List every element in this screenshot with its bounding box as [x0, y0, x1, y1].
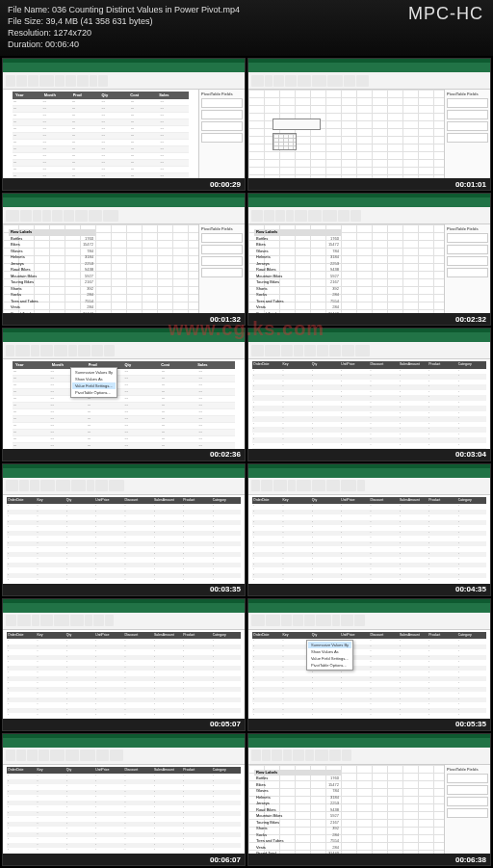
ribbon-tab[interactable] — [317, 345, 327, 356]
fields-list[interactable] — [447, 774, 488, 783]
excel-ribbon-titlebar[interactable] — [248, 332, 490, 342]
ribbon-tab[interactable] — [98, 75, 108, 87]
excel-ribbon-titlebar[interactable] — [248, 63, 490, 72]
ribbon-tab[interactable] — [16, 750, 26, 761]
ribbon-tab[interactable] — [6, 210, 19, 222]
table-row[interactable]: ·················· — [13, 140, 189, 146]
ribbon-tab[interactable] — [77, 75, 89, 87]
ribbon-tab[interactable] — [342, 345, 355, 356]
ribbon-tab[interactable] — [304, 345, 317, 356]
ribbon-tab[interactable] — [6, 480, 18, 491]
data-model-table[interactable]: OrderDateKeyQtyUnitPriceDiscountSalesAmo… — [7, 497, 241, 584]
data-model-table[interactable]: OrderDateKeyQtyUnitPriceDiscountSalesAmo… — [252, 497, 486, 584]
table-header[interactable]: OrderDateKeyQtyUnitPriceDiscountSalesAmo… — [252, 361, 486, 369]
ribbon-tab[interactable] — [103, 210, 118, 222]
ribbon-tab[interactable] — [52, 210, 63, 222]
ribbon-tab[interactable] — [305, 750, 314, 761]
data-model-table[interactable]: OrderDateKeyQtyUnitPriceDiscountSalesAmo… — [252, 361, 486, 448]
ribbon-tab[interactable] — [33, 210, 41, 222]
ribbon-tab[interactable] — [6, 750, 15, 761]
pivot-box[interactable] — [272, 118, 321, 130]
ribbon-tab[interactable] — [6, 615, 16, 626]
ribbon-tab[interactable] — [251, 345, 264, 356]
ribbon-tab[interactable] — [298, 75, 311, 87]
data-table[interactable]: YearMonthProdQtyCostSales ··············… — [13, 361, 235, 448]
ribbon-tab[interactable] — [93, 615, 104, 626]
excel-ribbon-titlebar[interactable] — [3, 332, 245, 342]
ribbon-tab[interactable] — [105, 615, 113, 626]
menu-item[interactable]: Summarize Values By — [308, 642, 351, 648]
menu-item[interactable]: Show Values As — [72, 376, 116, 382]
menu-item[interactable]: PivotTable Options... — [72, 389, 116, 396]
ribbon-tab[interactable] — [40, 480, 55, 491]
ribbon-tab[interactable] — [64, 210, 74, 222]
ribbon-tabs[interactable] — [248, 72, 490, 90]
excel-ribbon-titlebar[interactable] — [248, 738, 490, 748]
ribbon-tab[interactable] — [354, 615, 365, 626]
pivot-fields-panel[interactable]: PivotTable Fields — [444, 765, 490, 854]
ribbon-tab[interactable] — [80, 750, 95, 761]
ribbon-tab[interactable] — [30, 480, 39, 491]
thumbnail[interactable]: Row Labels Bottles1760 Bikes15472 Gloves… — [247, 733, 491, 866]
table-row[interactable]: ·················· — [13, 113, 189, 119]
table-header[interactable]: YearMonthProdQtyCostSales — [13, 361, 235, 369]
table-row[interactable]: ·················· — [13, 119, 189, 126]
values-area[interactable] — [447, 133, 488, 143]
ribbon-tab[interactable] — [293, 615, 303, 626]
ribbon-tab[interactable] — [316, 615, 331, 626]
ribbon-tab[interactable] — [285, 75, 297, 87]
table-row[interactable]: ·················· — [13, 167, 189, 173]
ribbon-tab[interactable] — [39, 75, 55, 87]
ribbon-tabs[interactable] — [248, 478, 490, 495]
ribbon-tab[interactable] — [338, 210, 350, 222]
thumbnail[interactable]: OrderDateKeyQtyUnitPriceDiscountSalesAmo… — [2, 463, 246, 596]
excel-ribbon-titlebar[interactable] — [3, 63, 245, 72]
table-row[interactable]: ·················· — [13, 430, 235, 436]
filters-area[interactable] — [447, 245, 488, 254]
ribbon-tabs[interactable] — [3, 342, 245, 359]
ribbon-tab[interactable] — [308, 210, 322, 222]
ribbon-tab[interactable] — [19, 480, 29, 491]
excel-ribbon-titlebar[interactable] — [248, 197, 490, 207]
ribbon-tab[interactable] — [283, 750, 292, 761]
ribbon-tabs[interactable] — [248, 342, 490, 359]
ribbon-tab[interactable] — [70, 615, 84, 626]
ribbon-tab[interactable] — [17, 615, 31, 626]
thumbnail[interactable]: Row Labels Bottles1760 Bikes15472 Gloves… — [247, 193, 491, 326]
fields-list[interactable] — [201, 98, 243, 108]
pivot-fields-panel[interactable]: PivotTable Fields — [444, 90, 490, 178]
ribbon-tab[interactable] — [329, 345, 341, 356]
table-row[interactable]: ·················· — [13, 396, 235, 403]
ribbon-tab[interactable] — [294, 345, 303, 356]
excel-ribbon-titlebar[interactable] — [3, 738, 245, 748]
ribbon-tab[interactable] — [71, 480, 85, 491]
ribbon-tab[interactable] — [65, 75, 76, 87]
context-menu[interactable]: Summarize Values ByShow Values AsValue F… — [70, 367, 117, 398]
thumbnail[interactable]: YearMonthProdQtyCostSales ··············… — [2, 58, 246, 191]
ribbon-tab[interactable] — [27, 750, 38, 761]
ribbon-tab[interactable] — [341, 480, 355, 491]
ribbon-tab[interactable] — [342, 750, 351, 761]
pivot-table[interactable]: Row Labels Bottles1760 Bikes15472 Gloves… — [9, 229, 95, 313]
table-row[interactable]: ·················· — [13, 389, 235, 396]
table-row[interactable]: ·················· — [13, 376, 235, 382]
ribbon-tab[interactable] — [288, 480, 296, 491]
ribbon-tab[interactable] — [251, 480, 260, 491]
thumbnail[interactable]: PivotTable Fields 00:01:01 — [247, 58, 491, 191]
pivot-table[interactable]: Row Labels Bottles1760 Bikes15472 Gloves… — [254, 770, 341, 854]
ribbon-tab[interactable] — [6, 75, 15, 87]
ribbon-tab[interactable] — [265, 345, 280, 356]
excel-ribbon-titlebar[interactable] — [3, 603, 245, 613]
thumbnail[interactable]: OrderDateKeyQtyUnitPriceDiscountSalesAmo… — [247, 328, 491, 460]
fields-list[interactable] — [447, 98, 488, 108]
excel-ribbon-titlebar[interactable] — [3, 468, 245, 478]
ribbon-tabs[interactable] — [248, 613, 490, 630]
fields-list[interactable] — [447, 233, 488, 243]
table-row[interactable]: ·················· — [13, 436, 235, 443]
ribbon-tab[interactable] — [286, 210, 294, 222]
rows-area[interactable] — [201, 121, 243, 131]
ribbon-tab[interactable] — [251, 750, 261, 761]
ribbon-tab[interactable] — [54, 615, 68, 626]
thumbnail[interactable]: OrderDateKeyQtyUnitPriceDiscountSalesAmo… — [2, 733, 246, 866]
data-table[interactable]: YearMonthProdQtyCostSales ··············… — [13, 92, 189, 178]
